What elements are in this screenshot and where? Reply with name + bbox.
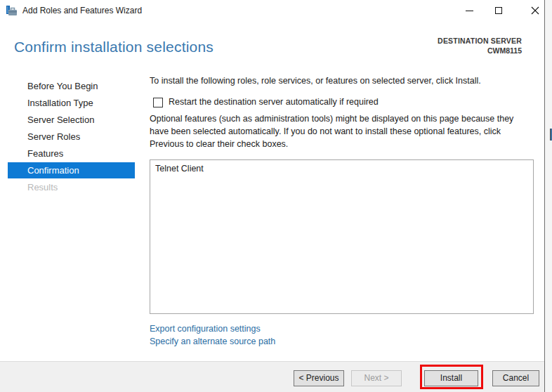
selected-features-listbox[interactable]: Telnet Client bbox=[150, 159, 534, 314]
screenshot-root: Add Roles and Features Wizard Confirm in… bbox=[0, 0, 552, 392]
server-manager-icon bbox=[6, 5, 18, 17]
sidebar-item-server-roles[interactable]: Server Roles bbox=[27, 131, 80, 143]
sidebar-item-server-selection[interactable]: Server Selection bbox=[27, 114, 94, 126]
destination-server-block: DESTINATION SERVER CWM8115 bbox=[438, 37, 522, 55]
next-button[interactable]: Next > bbox=[351, 370, 402, 386]
sidebar-item-before-you-begin[interactable]: Before You Begin bbox=[27, 80, 98, 92]
minimize-button[interactable] bbox=[461, 0, 477, 21]
optional-features-note: Optional features (such as administratio… bbox=[150, 112, 532, 150]
minimize-icon bbox=[466, 11, 473, 11]
maximize-button[interactable] bbox=[491, 0, 506, 21]
title-bar: Add Roles and Features Wizard bbox=[0, 0, 544, 21]
instruction-text: To install the following roles, role ser… bbox=[150, 76, 536, 86]
wizard-window: Add Roles and Features Wizard Confirm in… bbox=[0, 0, 545, 392]
sidebar-item-features[interactable]: Features bbox=[27, 148, 63, 159]
alternate-source-path-link[interactable]: Specify an alternate source path bbox=[150, 337, 275, 346]
sidebar-item-installation-type[interactable]: Installation Type bbox=[27, 97, 93, 109]
restart-checkbox[interactable] bbox=[153, 98, 163, 107]
footer-bar: < Previous Next > Install Cancel bbox=[0, 361, 544, 392]
close-icon bbox=[531, 6, 539, 15]
window-title: Add Roles and Features Wizard bbox=[22, 6, 142, 15]
previous-button[interactable]: < Previous bbox=[294, 370, 344, 386]
destination-server-name: CWM8115 bbox=[438, 46, 522, 55]
page-title: Confirm installation selections bbox=[14, 39, 213, 55]
install-button[interactable]: Install bbox=[424, 370, 478, 386]
list-item-telnet-client: Telnet Client bbox=[150, 160, 533, 174]
sidebar-item-results: Results bbox=[27, 181, 58, 193]
destination-server-label: DESTINATION SERVER bbox=[438, 37, 522, 45]
restart-checkbox-label[interactable]: Restart the destination server automatic… bbox=[169, 97, 379, 107]
sidebar-item-confirmation[interactable]: Confirmation bbox=[8, 162, 135, 178]
cancel-button[interactable]: Cancel bbox=[492, 370, 539, 386]
maximize-icon bbox=[495, 7, 502, 14]
export-configuration-link[interactable]: Export configuration settings bbox=[150, 324, 261, 334]
close-button[interactable] bbox=[527, 0, 543, 21]
